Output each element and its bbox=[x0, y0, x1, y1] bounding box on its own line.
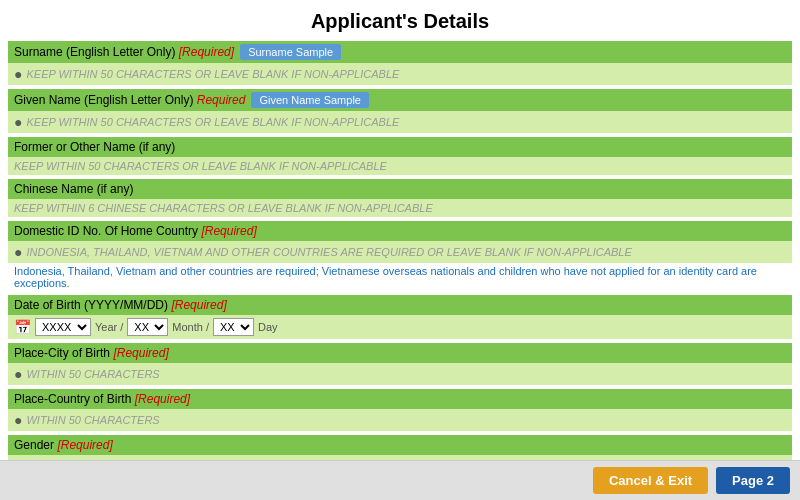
domestic-id-label-row: Domestic ID No. Of Home Country [Require… bbox=[8, 221, 792, 241]
cancel-exit-button[interactable]: Cancel & Exit bbox=[593, 467, 708, 494]
gender-label: Gender [Required] bbox=[14, 438, 113, 452]
given-name-sample-button[interactable]: Given Name Sample bbox=[251, 92, 369, 108]
place-country-bullet: ● bbox=[14, 412, 22, 428]
calendar-icon[interactable]: 📅 bbox=[14, 319, 31, 335]
page-wrapper: Applicant's Details Surname (English Let… bbox=[0, 0, 800, 500]
surname-section: Surname (English Letter Only) [Required]… bbox=[8, 41, 792, 85]
place-city-label: Place-City of Birth [Required] bbox=[14, 346, 169, 360]
surname-placeholder: KEEP WITHIN 50 CHARACTERS OR LEAVE BLANK… bbox=[26, 68, 399, 80]
surname-label: Surname (English Letter Only) [Required] bbox=[14, 45, 234, 59]
place-city-required: [Required] bbox=[113, 346, 168, 360]
place-country-label-row: Place-Country of Birth [Required] bbox=[8, 389, 792, 409]
dob-day-select[interactable]: XX 010203 040506 070809 101112 131415 16… bbox=[213, 318, 254, 336]
domestic-id-section: Domestic ID No. Of Home Country [Require… bbox=[8, 221, 792, 291]
chinese-name-placeholder: KEEP WITHIN 6 CHINESE CHARACTERS OR LEAV… bbox=[14, 202, 433, 214]
place-city-label-row: Place-City of Birth [Required] bbox=[8, 343, 792, 363]
dob-label-row: Date of Birth (YYYY/MM/DD) [Required] bbox=[8, 295, 792, 315]
place-city-bullet: ● bbox=[14, 366, 22, 382]
place-country-label: Place-Country of Birth [Required] bbox=[14, 392, 190, 406]
surname-sample-button[interactable]: Surname Sample bbox=[240, 44, 341, 60]
dob-required: [Required] bbox=[171, 298, 226, 312]
chinese-name-label: Chinese Name (if any) bbox=[14, 182, 133, 196]
place-country-required: [Required] bbox=[135, 392, 190, 406]
place-country-placeholder: WITHIN 50 CHARACTERS bbox=[26, 414, 159, 426]
domestic-id-required: [Required] bbox=[201, 224, 256, 238]
surname-required: [Required] bbox=[179, 45, 234, 59]
given-name-section: Given Name (English Letter Only) Require… bbox=[8, 89, 792, 133]
given-name-required: Required bbox=[197, 93, 246, 107]
domestic-id-bullet: ● bbox=[14, 244, 22, 260]
gender-section: Gender [Required] ● Male Female Other bbox=[8, 435, 792, 460]
page2-button[interactable]: Page 2 bbox=[716, 467, 790, 494]
place-city-section: Place-City of Birth [Required] ● WITHIN … bbox=[8, 343, 792, 385]
gender-required: [Required] bbox=[57, 438, 112, 452]
place-city-input-row: ● WITHIN 50 CHARACTERS bbox=[8, 363, 792, 385]
dob-input-row: 📅 XXXX 2024 2023 Year / XX 010203 040506… bbox=[8, 315, 792, 339]
footer: Cancel & Exit Page 2 bbox=[0, 460, 800, 500]
dob-year-select[interactable]: XXXX 2024 2023 bbox=[35, 318, 91, 336]
chinese-name-section: Chinese Name (if any) KEEP WITHIN 6 CHIN… bbox=[8, 179, 792, 217]
chinese-name-label-row: Chinese Name (if any) bbox=[8, 179, 792, 199]
given-name-bullet: ● bbox=[14, 114, 22, 130]
place-city-placeholder: WITHIN 50 CHARACTERS bbox=[26, 368, 159, 380]
surname-bullet: ● bbox=[14, 66, 22, 82]
former-name-input-row: KEEP WITHIN 50 CHARACTERS OR LEAVE BLANK… bbox=[8, 157, 792, 175]
domestic-id-label: Domestic ID No. Of Home Country [Require… bbox=[14, 224, 257, 238]
given-name-placeholder: KEEP WITHIN 50 CHARACTERS OR LEAVE BLANK… bbox=[26, 116, 399, 128]
given-name-input-row: ● KEEP WITHIN 50 CHARACTERS OR LEAVE BLA… bbox=[8, 111, 792, 133]
surname-label-row: Surname (English Letter Only) [Required]… bbox=[8, 41, 792, 63]
former-name-section: Former or Other Name (if any) KEEP WITHI… bbox=[8, 137, 792, 175]
domestic-id-input-row: ● INDONESIA, THAILAND, VIETNAM AND OTHER… bbox=[8, 241, 792, 263]
page-title: Applicant's Details bbox=[0, 0, 800, 41]
gender-label-row: Gender [Required] bbox=[8, 435, 792, 455]
dob-month-select[interactable]: XX 010203 040506 070809 101112 bbox=[127, 318, 168, 336]
place-country-section: Place-Country of Birth [Required] ● WITH… bbox=[8, 389, 792, 431]
dob-section: Date of Birth (YYYY/MM/DD) [Required] 📅 … bbox=[8, 295, 792, 339]
given-name-label: Given Name (English Letter Only) Require… bbox=[14, 93, 245, 107]
place-country-input-row: ● WITHIN 50 CHARACTERS bbox=[8, 409, 792, 431]
former-name-label: Former or Other Name (if any) bbox=[14, 140, 175, 154]
content-area: Surname (English Letter Only) [Required]… bbox=[0, 41, 800, 460]
domestic-id-placeholder: INDONESIA, THAILAND, VIETNAM AND OTHER C… bbox=[26, 246, 631, 258]
dob-label: Date of Birth (YYYY/MM/DD) [Required] bbox=[14, 298, 227, 312]
dob-day-label: Day bbox=[258, 321, 278, 333]
given-name-label-row: Given Name (English Letter Only) Require… bbox=[8, 89, 792, 111]
domestic-id-notice: Indonesia, Thailand, Vietnam and other c… bbox=[8, 263, 792, 291]
chinese-name-input-row: KEEP WITHIN 6 CHINESE CHARACTERS OR LEAV… bbox=[8, 199, 792, 217]
former-name-placeholder: KEEP WITHIN 50 CHARACTERS OR LEAVE BLANK… bbox=[14, 160, 387, 172]
former-name-label-row: Former or Other Name (if any) bbox=[8, 137, 792, 157]
surname-input-row: ● KEEP WITHIN 50 CHARACTERS OR LEAVE BLA… bbox=[8, 63, 792, 85]
